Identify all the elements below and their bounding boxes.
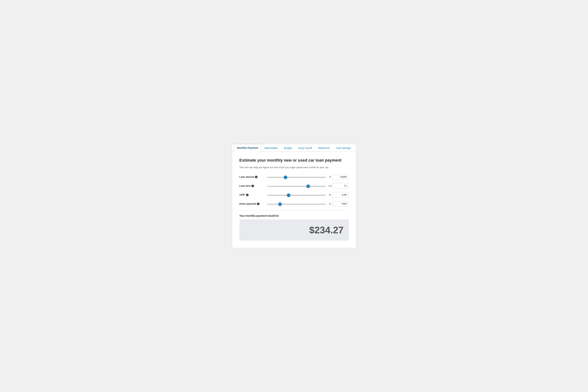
- result-label: Your monthly payment would be: [239, 214, 349, 217]
- tabs-bar: Monthly Payment Affordability Budget Ear…: [232, 144, 356, 152]
- tab-budget[interactable]: Budget: [281, 144, 295, 152]
- loan-term-input[interactable]: [332, 183, 349, 188]
- down-payment-unit: $: [328, 202, 332, 205]
- loan-amount-label: Loan amount i: [239, 176, 265, 178]
- down-payment-slider-container: [267, 202, 326, 206]
- content-area: Estimate your monthly new or used car lo…: [232, 152, 356, 248]
- page-description: This tool can help you figure out how mu…: [239, 166, 349, 169]
- loan-amount-slider[interactable]: [267, 177, 326, 178]
- down-payment-label: Down payment i: [239, 202, 265, 205]
- down-payment-input[interactable]: [332, 201, 349, 206]
- apr-unit: %: [328, 194, 332, 196]
- apr-input[interactable]: [332, 192, 349, 198]
- apr-slider[interactable]: [267, 195, 326, 196]
- result-amount: $234.27: [309, 225, 344, 235]
- tab-fuel-savings[interactable]: Fuel Savings: [333, 144, 354, 152]
- loan-amount-unit: $: [328, 176, 332, 178]
- loan-term-slider[interactable]: [267, 186, 326, 187]
- down-payment-slider[interactable]: [267, 204, 326, 205]
- loan-term-slider-container: [267, 184, 326, 188]
- page-title: Estimate your monthly new or used car lo…: [239, 158, 349, 163]
- loan-amount-input[interactable]: [332, 174, 349, 180]
- down-payment-row: Down payment i $: [239, 201, 349, 206]
- apr-label: APR* i: [239, 194, 265, 196]
- tab-monthly-payment[interactable]: Monthly Payment: [234, 144, 261, 152]
- apr-row: APR* i %: [239, 192, 349, 198]
- apr-info-icon[interactable]: i: [246, 194, 249, 196]
- tab-affordability[interactable]: Affordability: [261, 144, 281, 152]
- calculator-wrapper: Monthly Payment Affordability Budget Ear…: [232, 144, 356, 248]
- loan-term-label: Loan term i: [239, 184, 265, 187]
- loan-term-info-icon[interactable]: i: [252, 185, 254, 187]
- loan-term-unit: mo: [328, 184, 332, 187]
- divider: [239, 210, 349, 210]
- result-box: $234.27: [239, 220, 349, 241]
- loan-amount-info-icon[interactable]: i: [255, 176, 258, 178]
- tab-early-payoff[interactable]: Early Payoff: [295, 144, 315, 152]
- loan-term-row: Loan term i mo: [239, 183, 349, 188]
- down-payment-info-icon[interactable]: i: [257, 202, 260, 205]
- loan-amount-row: Loan amount i $: [239, 174, 349, 180]
- loan-amount-slider-container: [267, 175, 326, 178]
- apr-slider-container: [267, 193, 326, 196]
- tab-refinance[interactable]: Refinance: [315, 144, 333, 152]
